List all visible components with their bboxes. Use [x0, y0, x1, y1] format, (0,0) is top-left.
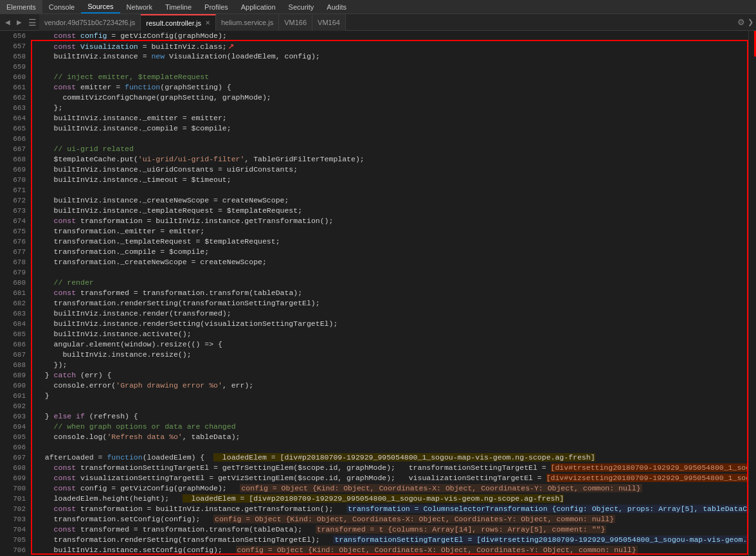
code-line-678: transformation._createNewScope = createN… — [36, 257, 748, 267]
menu-item-sources[interactable]: Sources — [81, 0, 120, 13]
line-number-676: 676 — [0, 237, 26, 247]
code-line-701: loadedElem.height(height); loadedElem = … — [36, 494, 748, 504]
line-number-699: 699 — [0, 473, 26, 483]
code-line-658: builtInViz.instance = new Visualization(… — [36, 51, 748, 62]
line-number-660: 660 — [0, 72, 26, 82]
code-line-667: // ui-grid related — [36, 144, 748, 154]
code-line-684: builtInViz.instance.renderSetting(visual… — [36, 319, 748, 329]
code-line-677: transformation._compile = $compile; — [36, 247, 748, 257]
line-number-705: 705 — [0, 535, 26, 545]
code-line-693: } else if (refresh) { — [36, 411, 748, 422]
line-number-689: 689 — [0, 370, 26, 381]
tab-result[interactable]: result.controller.js ✕ — [141, 14, 216, 31]
tab-vm164[interactable]: VM164 — [312, 14, 346, 31]
code-line-700: const config = getVizConfig(graphMode); … — [36, 483, 748, 494]
code-line-664: builtInViz.instance._emitter = emitter; — [36, 113, 748, 123]
tab-vendor[interactable]: vendor.49d751b0c72342f6.js — [39, 14, 141, 31]
line-number-663: 663 — [0, 103, 26, 113]
code-line-673: builtInViz.instance._templateRequest = $… — [36, 206, 748, 216]
line-number-706: 706 — [0, 545, 26, 555]
code-line-657: const Visualization = builtInViz.class;↗ — [36, 41, 748, 51]
line-number-687: 687 — [0, 350, 26, 360]
line-number-692: 692 — [0, 401, 26, 411]
code-line-705: transformation.renderSetting(transformat… — [36, 535, 748, 545]
line-number-673: 673 — [0, 206, 26, 216]
code-line-690: console.error('Graph drawing error %o', … — [36, 381, 748, 391]
code-line-686: angular.element(window).resize(() => { — [36, 339, 748, 350]
menu-item-profiles[interactable]: Profiles — [198, 0, 235, 13]
tab-nav-back[interactable]: ◀ — [3, 19, 13, 26]
line-number-669: 669 — [0, 165, 26, 175]
line-number-703: 703 — [0, 514, 26, 525]
line-number-678: 678 — [0, 257, 26, 267]
code-line-656: const config = getVizConfig(graphMode); — [36, 31, 748, 41]
code-line-680: // render — [36, 278, 748, 288]
line-number-682: 682 — [0, 298, 26, 309]
tab-helium[interactable]: helium.service.js — [216, 14, 279, 31]
menu-item-audits[interactable]: Audits — [320, 0, 353, 13]
code-line-679 — [36, 267, 748, 278]
line-number-691: 691 — [0, 391, 26, 401]
code-line-671 — [36, 185, 748, 195]
tab-bar: ◀ ▶ ☰ vendor.49d751b0c72342f6.js result.… — [0, 14, 756, 31]
line-number-675: 675 — [0, 226, 26, 237]
minimap[interactable] — [748, 31, 756, 556]
code-line-682: transformation.renderSetting(transformat… — [36, 298, 748, 309]
code-content[interactable]: const config = getVizConfig(graphMode); … — [31, 31, 748, 556]
menu-item-console[interactable]: Console — [42, 0, 81, 13]
line-number-702: 702 — [0, 504, 26, 514]
line-number-683: 683 — [0, 309, 26, 319]
code-line-702: const transformation = builtInViz.instan… — [36, 504, 748, 514]
tab-settings-icon[interactable]: ⚙ — [737, 17, 745, 27]
menu-item-network[interactable]: Network — [120, 0, 159, 13]
code-line-694: // when graph options or data are change… — [36, 422, 748, 432]
code-line-662: commitVizConfigChange(graphSetting, grap… — [36, 93, 748, 103]
line-numbers: 6566576586596606616626636646656666676686… — [0, 31, 31, 556]
tab-nav-forward[interactable]: ▶ — [14, 19, 24, 26]
line-number-671: 671 — [0, 185, 26, 195]
line-number-686: 686 — [0, 339, 26, 350]
code-line-681: const transformed = transformation.trans… — [36, 288, 748, 298]
code-line-692 — [36, 401, 748, 411]
code-line-674: const transformation = builtInViz.instan… — [36, 216, 748, 226]
line-number-677: 677 — [0, 247, 26, 257]
line-number-681: 681 — [0, 288, 26, 298]
editor-area: 6566576586596606616626636646656666676686… — [0, 31, 756, 556]
line-number-665: 665 — [0, 123, 26, 134]
menu-item-timeline[interactable]: Timeline — [159, 0, 198, 13]
menu-item-security[interactable]: Security — [282, 0, 321, 13]
code-line-699: const visualizationSettingTargetEl = get… — [36, 473, 748, 483]
code-line-706: builtInViz.instance.setConfig(config); c… — [36, 545, 748, 555]
tab-close-result[interactable]: ✕ — [205, 19, 210, 26]
tab-vm166[interactable]: VM166 — [279, 14, 312, 31]
line-number-658: 658 — [0, 51, 26, 62]
code-line-672: builtInViz.instance._createNewScope = cr… — [36, 195, 748, 206]
line-number-694: 694 — [0, 422, 26, 432]
line-number-693: 693 — [0, 411, 26, 422]
line-number-679: 679 — [0, 267, 26, 278]
code-line-676: transformation._templateRequest = $templ… — [36, 237, 748, 247]
line-number-662: 662 — [0, 93, 26, 103]
code-line-666 — [36, 134, 748, 144]
line-number-661: 661 — [0, 82, 26, 93]
code-line-661: const emitter = function(graphSetting) { — [36, 82, 748, 93]
line-number-701: 701 — [0, 494, 26, 504]
code-line-695: console.log('Refresh data %o', tableData… — [36, 432, 748, 442]
line-number-667: 667 — [0, 144, 26, 154]
code-line-689: } catch (err) { — [36, 370, 748, 381]
line-number-695: 695 — [0, 432, 26, 442]
line-number-680: 680 — [0, 278, 26, 288]
code-line-683: builtInViz.instance.render(transformed); — [36, 309, 748, 319]
code-line-685: builtInViz.instance.activate(); — [36, 329, 748, 339]
code-line-669: builtInViz.instance._uiGridConstants = u… — [36, 165, 748, 175]
line-number-685: 685 — [0, 329, 26, 339]
tab-list-icon[interactable]: ☰ — [26, 17, 39, 28]
tab-expand-icon[interactable]: ❯ — [748, 18, 753, 26]
line-number-666: 666 — [0, 134, 26, 144]
line-number-696: 696 — [0, 442, 26, 453]
code-line-668: $templateCache.put('ui-grid/ui-grid-filt… — [36, 154, 748, 165]
code-line-660: // inject emitter, $templateRequest — [36, 72, 748, 82]
menu-item-elements[interactable]: Elements — [0, 0, 42, 13]
menu-item-application[interactable]: Application — [235, 0, 282, 13]
menu-bar: Elements Console Sources Network Timelin… — [0, 0, 756, 14]
